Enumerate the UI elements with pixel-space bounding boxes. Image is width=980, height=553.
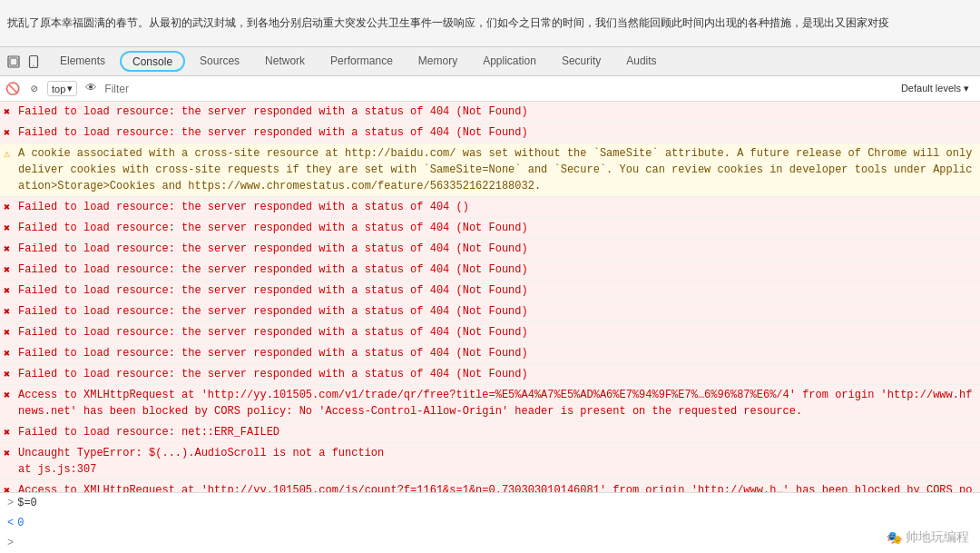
inspect-icon[interactable] <box>5 54 22 70</box>
mobile-icon[interactable] <box>25 54 42 70</box>
console-line-icon-2: ⚠ <box>4 146 10 163</box>
console-line-text-12: Access to XMLHttpRequest at 'http://yy.1… <box>18 387 976 420</box>
console-line-0: ✖Failed to load resource: the server res… <box>0 102 980 123</box>
console-line-icon-9: ✖ <box>4 325 10 341</box>
console-line-text-8: Failed to load resource: the server resp… <box>18 303 976 320</box>
console-line-12: ✖Access to XMLHttpRequest at 'http://yy.… <box>0 385 980 422</box>
tab-memory[interactable]: Memory <box>406 47 470 75</box>
console-line-5: ✖Failed to load resource: the server res… <box>0 239 980 260</box>
top-banner: 扰乱了原本幸福圆满的春节。从最初的武汉封城，到各地分别启动重大突发公共卫生事件一… <box>0 0 980 47</box>
svg-point-3 <box>33 64 34 65</box>
filter-input[interactable] <box>104 83 890 95</box>
repl-area: > $=0 < 0 > <box>0 492 980 553</box>
console-line-text-2: A cookie associated with a cross-site re… <box>18 145 976 194</box>
console-line-15: ✖Access to XMLHttpRequest at 'http://yy.… <box>0 480 980 492</box>
tab-security[interactable]: Security <box>549 47 613 75</box>
console-line-icon-11: ✖ <box>4 367 10 383</box>
console-line-icon-1: ✖ <box>4 125 10 142</box>
repl-prompt-2: < <box>7 517 14 529</box>
repl-value-2: 0 <box>17 517 24 529</box>
console-line-14: ✖Uncaught TypeError: $(...).AudioScroll … <box>0 443 980 480</box>
tab-console[interactable]: Console <box>120 51 185 72</box>
console-line-text-10: Failed to load resource: the server resp… <box>18 345 976 361</box>
console-line-text-11: Failed to load resource: the server resp… <box>18 366 976 382</box>
console-line-6: ✖Failed to load resource: the server res… <box>0 260 980 281</box>
context-value: top <box>52 84 65 94</box>
console-line-text-7: Failed to load resource: the server resp… <box>18 282 976 299</box>
console-line-7: ✖Failed to load resource: the server res… <box>0 281 980 301</box>
tab-application[interactable]: Application <box>470 47 549 75</box>
console-line-text-14: Uncaught TypeError: $(...).AudioScroll i… <box>18 445 976 478</box>
console-line-icon-13: ✖ <box>4 425 10 441</box>
filter-bar: 🚫 ⊘ top ▾ 👁 Default levels ▾ <box>0 76 980 102</box>
tab-performance[interactable]: Performance <box>318 47 406 75</box>
toolbar: Elements Console Sources Network Perform… <box>0 47 980 76</box>
console-line-text-15: Access to XMLHttpRequest at 'http://yy.1… <box>18 482 976 492</box>
console-content: ✖Failed to load resource: the server res… <box>0 102 980 492</box>
console-line-text-1: Failed to load resource: the server resp… <box>18 124 976 141</box>
repl-input[interactable] <box>17 537 973 549</box>
repl-result-2: < 0 <box>0 513 980 533</box>
watermark-icon: 🎭 <box>887 530 902 545</box>
clear-console-icon[interactable]: 🚫 <box>4 80 22 98</box>
console-line-8: ✖Failed to load resource: the server res… <box>0 301 980 322</box>
console-line-1: ✖Failed to load resource: the server res… <box>0 123 980 143</box>
console-line-text-6: Failed to load resource: the server resp… <box>18 262 976 278</box>
console-line-icon-5: ✖ <box>4 242 10 258</box>
console-line-text-3: Failed to load resource: the server resp… <box>18 199 976 215</box>
tab-network[interactable]: Network <box>252 47 318 75</box>
console-line-text-9: Failed to load resource: the server resp… <box>18 324 976 341</box>
preserve-log-icon[interactable]: ⊘ <box>25 80 44 98</box>
console-line-icon-12: ✖ <box>4 388 10 404</box>
console-line-icon-15: ✖ <box>4 483 10 492</box>
console-line-icon-6: ✖ <box>4 262 10 279</box>
console-line-icon-10: ✖ <box>4 346 10 362</box>
repl-result-1: > $=0 <box>0 493 980 513</box>
console-line-icon-14: ✖ <box>4 446 10 462</box>
context-dropdown-icon: ▾ <box>67 83 73 94</box>
watermark-text: 帅地玩编程 <box>906 529 969 546</box>
console-line-text-4: Failed to load resource: the server resp… <box>18 220 976 236</box>
tab-audits[interactable]: Audits <box>613 47 669 75</box>
console-line-10: ✖Failed to load resource: the server res… <box>0 343 980 364</box>
repl-cursor: > <box>7 537 14 549</box>
console-line-icon-8: ✖ <box>4 304 10 321</box>
console-line-11: ✖Failed to load resource: the server res… <box>0 364 980 385</box>
watermark: 🎭 帅地玩编程 <box>887 529 969 546</box>
console-line-13: ✖Failed to load resource: net::ERR_FAILE… <box>0 422 980 443</box>
svg-rect-1 <box>10 58 17 65</box>
repl-input-line[interactable]: > <box>0 533 980 553</box>
tab-sources[interactable]: Sources <box>187 47 252 75</box>
console-line-icon-7: ✖ <box>4 283 10 300</box>
tab-bar: Elements Console Sources Network Perform… <box>47 47 980 75</box>
console-line-icon-4: ✖ <box>4 221 10 237</box>
banner-text: 扰乱了原本幸福圆满的春节。从最初的武汉封城，到各地分别启动重大突发公共卫生事件一… <box>7 15 889 32</box>
repl-value-1: $=0 <box>17 497 37 509</box>
console-line-2: ⚠A cookie associated with a cross-site r… <box>0 143 980 197</box>
console-line-text-13: Failed to load resource: net::ERR_FAILED <box>18 424 976 440</box>
console-line-3: ✖Failed to load resource: the server res… <box>0 197 980 218</box>
toolbar-icons <box>0 54 47 70</box>
eye-icon[interactable]: 👁 <box>81 79 101 99</box>
console-line-9: ✖Failed to load resource: the server res… <box>0 322 980 343</box>
context-selector[interactable]: top ▾ <box>47 81 77 96</box>
console-line-icon-3: ✖ <box>4 200 10 216</box>
tab-elements[interactable]: Elements <box>47 47 118 75</box>
default-levels-dropdown[interactable]: Default levels ▾ <box>894 83 976 94</box>
console-line-text-0: Failed to load resource: the server resp… <box>18 104 976 120</box>
repl-prompt-1: > <box>7 497 14 509</box>
console-line-text-5: Failed to load resource: the server resp… <box>18 241 976 257</box>
console-line-icon-0: ✖ <box>4 104 10 121</box>
console-line-4: ✖Failed to load resource: the server res… <box>0 218 980 239</box>
